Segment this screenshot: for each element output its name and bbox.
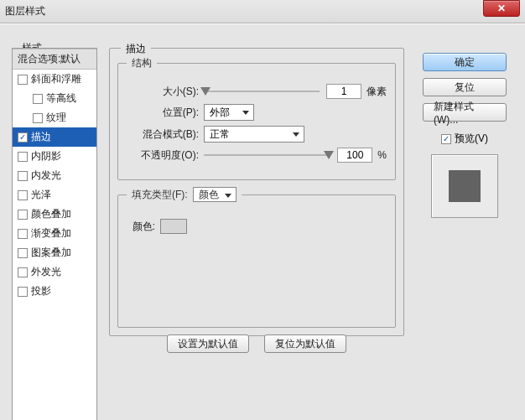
style-label: 投影	[31, 284, 51, 298]
style-item-纹理[interactable]: 纹理	[13, 108, 96, 127]
style-checkbox[interactable]	[18, 229, 28, 239]
style-item-等高线[interactable]: 等高线	[13, 89, 96, 108]
size-slider[interactable]	[204, 85, 320, 98]
style-label: 光泽	[31, 188, 51, 202]
preview-box	[431, 154, 498, 218]
stroke-panel: 描边 结构 大小(S): 像素 位置(P): 外部 混合模式(B): 正常 不透…	[109, 48, 404, 341]
style-label: 内阴影	[31, 149, 61, 163]
style-item-内发光[interactable]: 内发光	[13, 166, 96, 185]
position-label: 位置(P):	[127, 106, 199, 120]
set-default-button[interactable]: 设置为默认值	[167, 334, 249, 353]
opacity-slider[interactable]	[204, 148, 330, 162]
styles-list: 混合选项:默认 斜面和浮雕等高线纹理描边内阴影内发光光泽颜色叠加渐变叠加图案叠加…	[12, 48, 97, 420]
style-label: 颜色叠加	[31, 207, 71, 221]
style-label: 等高线	[46, 91, 76, 106]
ok-button[interactable]: 确定	[423, 53, 507, 71]
titlebar: 图层样式 ✕	[0, 0, 525, 23]
size-label: 大小(S):	[127, 85, 199, 99]
style-item-内阴影[interactable]: 内阴影	[13, 147, 96, 166]
size-unit: 像素	[366, 85, 387, 99]
close-button[interactable]: ✕	[483, 0, 520, 17]
opacity-label: 不透明度(O):	[127, 148, 199, 163]
color-swatch[interactable]	[160, 219, 187, 234]
dialog-content: 样式 混合选项:默认 斜面和浮雕等高线纹理描边内阴影内发光光泽颜色叠加渐变叠加图…	[0, 23, 525, 420]
opacity-unit: %	[377, 149, 387, 161]
style-checkbox[interactable]	[18, 248, 28, 258]
fill-group: 填充类型(F): 颜色 颜色:	[117, 187, 396, 328]
position-select[interactable]: 外部	[204, 104, 254, 121]
blendmode-select[interactable]: 正常	[204, 126, 304, 143]
new-style-button[interactable]: 新建样式(W)...	[423, 103, 507, 122]
structure-legend: 结构	[127, 56, 157, 70]
style-item-光泽[interactable]: 光泽	[13, 185, 96, 205]
fill-type-select[interactable]: 颜色	[193, 187, 237, 202]
style-item-描边[interactable]: 描边	[13, 127, 96, 147]
style-item-投影[interactable]: 投影	[13, 282, 96, 301]
style-label: 渐变叠加	[31, 226, 71, 241]
window-title: 图层样式	[5, 4, 483, 18]
opacity-input[interactable]	[337, 148, 372, 163]
color-label: 颜色:	[127, 220, 155, 234]
style-label: 外发光	[31, 265, 61, 279]
preview-checkbox-row[interactable]: 预览(V)	[441, 132, 488, 146]
style-checkbox[interactable]	[18, 190, 28, 200]
style-checkbox[interactable]	[18, 171, 28, 181]
style-item-颜色叠加[interactable]: 颜色叠加	[13, 205, 96, 224]
style-label: 斜面和浮雕	[31, 72, 81, 86]
style-checkbox[interactable]	[18, 152, 28, 162]
style-label: 纹理	[46, 111, 66, 125]
blendmode-label: 混合模式(B):	[127, 127, 199, 142]
structure-group: 结构 大小(S): 像素 位置(P): 外部 混合模式(B): 正常 不透明度(…	[117, 56, 396, 180]
style-item-图案叠加[interactable]: 图案叠加	[13, 243, 96, 262]
style-item-外发光[interactable]: 外发光	[13, 262, 96, 282]
blend-options-label: 混合选项:默认	[18, 52, 81, 66]
blend-options-row[interactable]: 混合选项:默认	[13, 49, 96, 70]
size-input[interactable]	[326, 84, 361, 99]
style-checkbox[interactable]	[18, 75, 28, 85]
cancel-button[interactable]: 复位	[423, 78, 507, 96]
right-column: 确定 复位 新建样式(W)... 预览(V)	[418, 53, 512, 218]
style-checkbox[interactable]	[18, 287, 28, 297]
style-checkbox[interactable]	[33, 113, 43, 123]
style-checkbox[interactable]	[18, 210, 28, 220]
style-label: 内发光	[31, 169, 61, 183]
preview-checkbox[interactable]	[441, 134, 451, 144]
preview-swatch	[449, 170, 481, 202]
preview-label: 预览(V)	[455, 132, 488, 146]
style-label: 描边	[31, 130, 51, 144]
style-item-斜面和浮雕[interactable]: 斜面和浮雕	[13, 70, 96, 89]
style-label: 图案叠加	[31, 246, 71, 260]
fill-legend: 填充类型(F): 颜色	[127, 187, 242, 202]
style-item-渐变叠加[interactable]: 渐变叠加	[13, 224, 96, 243]
style-checkbox[interactable]	[18, 132, 28, 143]
style-checkbox[interactable]	[18, 267, 28, 277]
style-checkbox[interactable]	[33, 94, 43, 104]
reset-default-button[interactable]: 复位为默认值	[264, 334, 346, 353]
